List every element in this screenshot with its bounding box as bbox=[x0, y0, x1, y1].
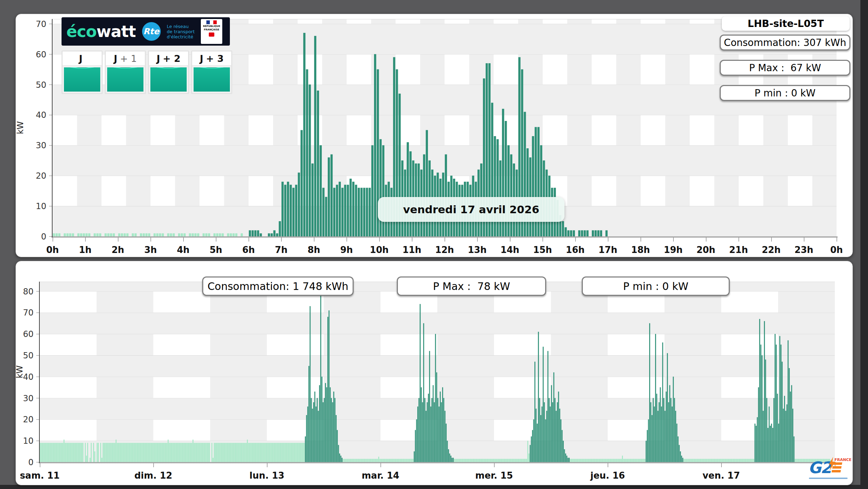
svg-text:ven. 17: ven. 17 bbox=[702, 470, 740, 481]
svg-text:23h: 23h bbox=[794, 245, 813, 255]
weekly-pmin-badge: P min : 0 kW bbox=[582, 276, 730, 296]
daily-consumption-badge: Consommation: 307 kWh bbox=[720, 35, 850, 50]
svg-text:10: 10 bbox=[23, 436, 34, 446]
svg-text:mer. 15: mer. 15 bbox=[475, 470, 513, 481]
svg-text:0: 0 bbox=[41, 232, 46, 242]
svg-text:0: 0 bbox=[28, 458, 34, 467]
svg-text:20: 20 bbox=[23, 415, 34, 424]
svg-text:16h: 16h bbox=[566, 245, 585, 255]
svg-text:70: 70 bbox=[36, 19, 46, 29]
tile-label: J bbox=[200, 53, 203, 64]
tile-suffix: + 3 bbox=[206, 53, 224, 64]
tile-label: J bbox=[114, 53, 117, 64]
svg-text:60: 60 bbox=[23, 329, 34, 339]
tile-suffix: + 2 bbox=[163, 53, 180, 64]
weekly-consumption-badge: Consommation: 1 748 kWh bbox=[202, 276, 354, 296]
svg-text:7h: 7h bbox=[275, 245, 288, 255]
rte-logo: Rte bbox=[142, 22, 161, 41]
svg-text:14h: 14h bbox=[501, 245, 520, 255]
svg-text:11h: 11h bbox=[402, 245, 421, 255]
svg-text:20: 20 bbox=[36, 171, 46, 181]
svg-text:19h: 19h bbox=[664, 245, 683, 255]
svg-text:21h: 21h bbox=[729, 245, 748, 255]
daily-pmin-badge: P min : 0 kW bbox=[720, 85, 850, 101]
rte-caption-line: d'électricité bbox=[167, 34, 195, 39]
ecowatt-logo-watt: watt bbox=[96, 22, 136, 41]
svg-text:70: 70 bbox=[23, 308, 34, 318]
forecast-tile-j[interactable]: J bbox=[62, 50, 103, 94]
svg-text:jeu. 16: jeu. 16 bbox=[590, 470, 625, 481]
svg-text:80: 80 bbox=[23, 287, 34, 297]
svg-text:0h: 0h bbox=[46, 245, 59, 255]
tile-suffix: + 1 bbox=[120, 53, 137, 64]
svg-text:30: 30 bbox=[23, 394, 34, 403]
svg-text:30: 30 bbox=[36, 141, 46, 150]
svg-text:22h: 22h bbox=[762, 245, 781, 255]
ecowatt-green-signal bbox=[107, 67, 143, 92]
svg-text:18h: 18h bbox=[631, 245, 650, 255]
tile-label: J bbox=[79, 53, 82, 64]
french-flag-icon bbox=[206, 20, 217, 24]
svg-text:dim. 12: dim. 12 bbox=[134, 470, 172, 481]
tile-label: J bbox=[157, 53, 160, 64]
ecowatt-logo: écowatt bbox=[66, 22, 136, 41]
g2e-logo-text: G2 bbox=[808, 460, 831, 476]
svg-text:kW: kW bbox=[16, 365, 25, 378]
svg-text:10h: 10h bbox=[370, 245, 389, 255]
ecowatt-green-signal bbox=[194, 67, 230, 92]
svg-text:kW: kW bbox=[16, 121, 25, 134]
svg-text:9h: 9h bbox=[340, 245, 353, 255]
ecowatt-forecast-tiles: J J+ 1 J+ 2 J+ 3 bbox=[62, 50, 232, 94]
svg-text:50: 50 bbox=[23, 351, 34, 360]
svg-text:lun. 13: lun. 13 bbox=[250, 470, 284, 481]
rte-caption-line: Le réseau bbox=[167, 24, 195, 29]
forecast-tile-j2[interactable]: J+ 2 bbox=[148, 50, 189, 94]
svg-text:1h: 1h bbox=[79, 245, 92, 255]
svg-text:15h: 15h bbox=[533, 245, 552, 255]
svg-text:sam. 11: sam. 11 bbox=[20, 470, 59, 481]
g2e-tagline bbox=[809, 478, 848, 479]
g2e-france-logo: G2 FRANCE bbox=[808, 460, 853, 482]
weekly-pmax-badge: P Max : 78 kW bbox=[397, 276, 546, 296]
forecast-tile-j3[interactable]: J+ 3 bbox=[191, 50, 232, 94]
svg-text:40: 40 bbox=[23, 372, 34, 382]
svg-text:5h: 5h bbox=[209, 245, 222, 255]
svg-text:12h: 12h bbox=[435, 245, 454, 255]
svg-text:40: 40 bbox=[36, 110, 46, 120]
forecast-tile-j1[interactable]: J+ 1 bbox=[105, 50, 146, 94]
ecowatt-logo-eco: éco bbox=[66, 22, 96, 41]
site-title: LHB-site-L05T bbox=[722, 16, 850, 31]
rte-caption: Le réseau de transport d'électricité bbox=[167, 24, 195, 39]
svg-text:20h: 20h bbox=[697, 245, 716, 255]
gov-text: RÉPUBLIQUE bbox=[203, 25, 220, 28]
svg-text:mar. 14: mar. 14 bbox=[362, 470, 399, 481]
ecowatt-banner: écowatt Rte Le réseau de transport d'éle… bbox=[62, 17, 230, 46]
svg-text:8h: 8h bbox=[308, 245, 320, 255]
ademe-logo bbox=[209, 32, 214, 37]
rte-caption-line: de transport bbox=[167, 29, 195, 34]
svg-text:17h: 17h bbox=[598, 245, 617, 255]
svg-text:4h: 4h bbox=[177, 245, 190, 255]
svg-text:10: 10 bbox=[36, 201, 46, 211]
date-label: vendredi 17 avril 2026 bbox=[378, 197, 564, 222]
gov-text: FRANÇAISE bbox=[204, 28, 219, 31]
g2e-country-label: FRANCE bbox=[834, 458, 851, 462]
svg-text:60: 60 bbox=[36, 50, 46, 59]
svg-text:3h: 3h bbox=[144, 245, 157, 255]
svg-text:13h: 13h bbox=[468, 245, 487, 255]
svg-text:6h: 6h bbox=[242, 245, 255, 255]
daily-pmax-badge: P Max : 67 kW bbox=[720, 60, 850, 76]
republique-francaise-logo: RÉPUBLIQUE FRANÇAISE bbox=[201, 19, 222, 44]
svg-text:2h: 2h bbox=[112, 245, 124, 255]
ecowatt-green-signal bbox=[64, 67, 100, 92]
svg-text:0h: 0h bbox=[830, 245, 843, 255]
svg-text:50: 50 bbox=[36, 80, 46, 90]
ecowatt-green-signal bbox=[150, 67, 187, 92]
